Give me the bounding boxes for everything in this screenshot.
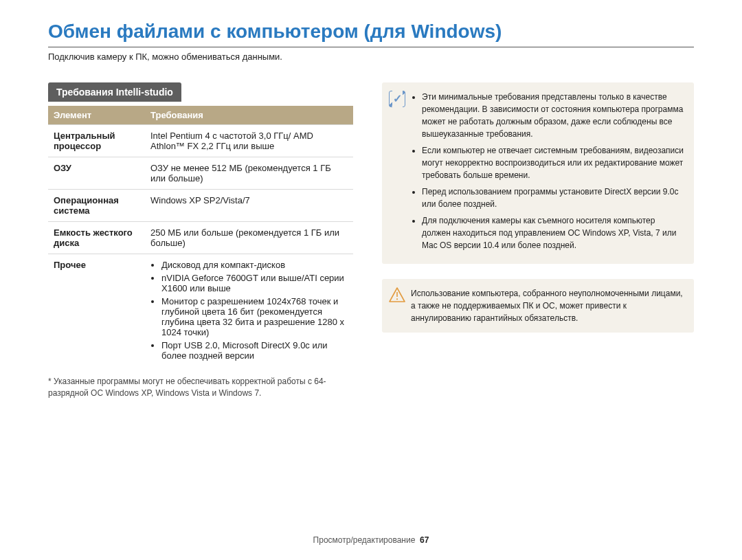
th-element: Элемент <box>48 106 145 125</box>
svg-point-2 <box>396 298 398 300</box>
requirements-table: Элемент Требования Центральный процессор… <box>48 106 353 369</box>
note-item: Для подключения камеры как съемного носи… <box>422 214 684 251</box>
table-row: ОЗУ ОЗУ не менее 512 МБ (рекомендуется 1… <box>48 157 353 190</box>
footer-label: Просмотр/редактирование <box>313 535 416 545</box>
warning-box: Использование компьютера, собранного неу… <box>382 279 694 333</box>
table-row: Прочее Дисковод для компакт-дисков nVIDI… <box>48 254 353 370</box>
page-footer: Просмотр/редактирование 67 <box>0 535 742 545</box>
th-requirement: Требования <box>145 106 353 125</box>
note-item: Эти минимальные требования представлены … <box>422 91 684 140</box>
list-item: Порт USB 2.0, Microsoft DirectX 9.0c или… <box>161 340 348 361</box>
list-item: Монитор с разрешением 1024x768 точек и г… <box>161 296 348 337</box>
note-box: ✓ Эти минимальные требования представлен… <box>382 82 694 264</box>
list-item: nVIDIA Geforce 7600GT или выше/ATI серии… <box>161 273 348 293</box>
warning-icon <box>389 287 405 302</box>
left-column: Требования Intelli-studio Элемент Требов… <box>48 82 353 407</box>
table-row: Операционная система Windows XP SP2/Vist… <box>48 190 353 222</box>
intro-text: Подключив камеру к ПК, можно обмениватьс… <box>48 52 694 62</box>
table-row: Емкость жесткого диска 250 МБ или больше… <box>48 222 353 254</box>
page-title: Обмен файлами с компьютером (для Windows… <box>48 21 694 44</box>
note-item: Если компьютер не отвечает системным тре… <box>422 144 684 181</box>
right-column: ✓ Эти минимальные требования представлен… <box>382 82 694 407</box>
title-rule <box>48 47 694 47</box>
section-tab: Требования Intelli-studio <box>48 82 181 102</box>
page-number: 67 <box>420 535 429 545</box>
warning-text: Использование компьютера, собранного неу… <box>411 289 683 323</box>
note-item: Перед использованием программы установит… <box>422 186 684 210</box>
table-row: Центральный процессор Intel Pentium 4 с … <box>48 125 353 157</box>
note-icon: ✓ <box>389 91 405 107</box>
footnote: * Указанные программы могут не обеспечив… <box>48 376 353 399</box>
other-list: Дисковод для компакт-дисков nVIDIA Gefor… <box>150 260 348 361</box>
list-item: Дисковод для компакт-дисков <box>161 260 348 270</box>
